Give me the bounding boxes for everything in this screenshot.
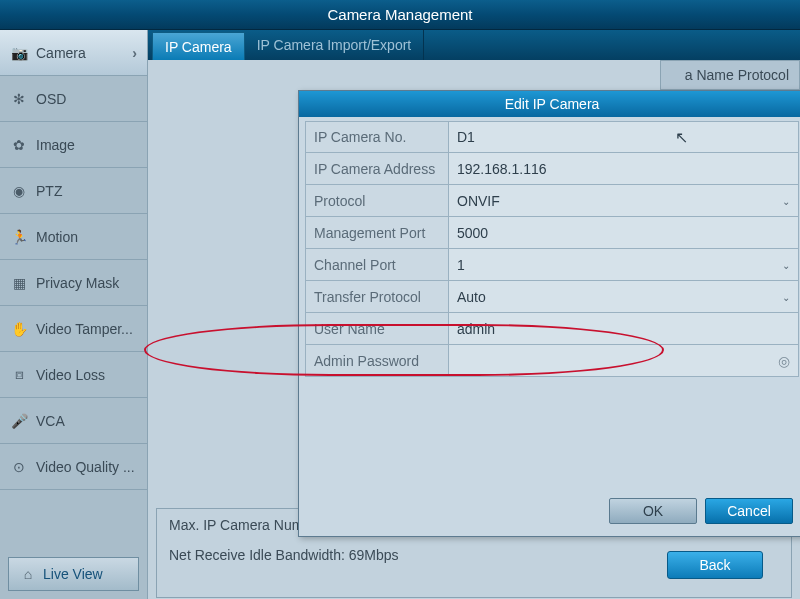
field-label-channel-port: Channel Port [306, 249, 449, 280]
ptz-icon: ◉ [10, 182, 28, 200]
protocol-select[interactable] [457, 185, 790, 216]
sidebar-item-label: Motion [36, 229, 78, 245]
tab-ip-camera-import-export[interactable]: IP Camera Import/Export [245, 30, 425, 60]
sidebar-item-ptz[interactable]: ◉ PTZ [0, 168, 147, 214]
field-label-protocol: Protocol [306, 185, 449, 216]
edit-ip-camera-modal: Edit IP Camera IP Camera No. ↖ IP Camera… [298, 90, 800, 537]
sidebar-item-vca[interactable]: 🎤 VCA [0, 398, 147, 444]
sidebar-item-label: Camera [36, 45, 86, 61]
camera-no-field [457, 122, 790, 152]
tabs: IP Camera IP Camera Import/Export [148, 30, 800, 60]
vca-icon: 🎤 [10, 412, 28, 430]
tab-ip-camera[interactable]: IP Camera [152, 32, 245, 60]
sidebar-item-label: Video Quality ... [36, 459, 135, 475]
videoloss-icon: ⧈ [10, 366, 28, 384]
modal-title: Edit IP Camera [299, 91, 800, 117]
live-view-button[interactable]: ⌂ Live View [8, 557, 139, 591]
motion-icon: 🏃 [10, 228, 28, 246]
tamper-icon: ✋ [10, 320, 28, 338]
transfer-protocol-select[interactable] [457, 281, 790, 312]
sidebar-item-label: Privacy Mask [36, 275, 119, 291]
field-label-transfer: Transfer Protocol [306, 281, 449, 312]
sidebar-item-label: OSD [36, 91, 66, 107]
field-label-username: User Name [306, 313, 449, 344]
sidebar-item-label: PTZ [36, 183, 62, 199]
sidebar-item-label: Video Loss [36, 367, 105, 383]
back-button[interactable]: Back [667, 551, 763, 579]
sidebar-item-motion[interactable]: 🏃 Motion [0, 214, 147, 260]
field-label-address: IP Camera Address [306, 153, 449, 184]
password-input[interactable] [457, 345, 790, 376]
field-label-password: Admin Password [306, 345, 449, 376]
channel-port-select[interactable] [457, 249, 790, 280]
table-header-fragment: a Name Protocol [685, 67, 789, 83]
chevron-right-icon: › [132, 45, 137, 61]
sidebar-item-privacy-mask[interactable]: ▦ Privacy Mask [0, 260, 147, 306]
sidebar-item-video-tamper[interactable]: ✋ Video Tamper... [0, 306, 147, 352]
privacy-icon: ▦ [10, 274, 28, 292]
table-header: a Name Protocol [660, 60, 800, 90]
home-icon: ⌂ [19, 565, 37, 583]
management-port-input[interactable] [457, 217, 790, 248]
sidebar-item-video-loss[interactable]: ⧈ Video Loss [0, 352, 147, 398]
field-label-mgmt-port: Management Port [306, 217, 449, 248]
sidebar-item-image[interactable]: ✿ Image [0, 122, 147, 168]
eye-icon[interactable]: ◎ [778, 353, 790, 369]
username-input[interactable] [457, 313, 790, 344]
quality-icon: ⊙ [10, 458, 28, 476]
camera-icon: 📷 [10, 44, 28, 62]
sidebar-item-label: Video Tamper... [36, 321, 133, 337]
content-area: IP Camera IP Camera Import/Export a Name… [148, 30, 800, 599]
window-title: Camera Management [0, 0, 800, 30]
osd-icon: ✻ [10, 90, 28, 108]
sidebar-item-video-quality[interactable]: ⊙ Video Quality ... [0, 444, 147, 490]
address-input[interactable] [457, 153, 790, 184]
sidebar-item-label: VCA [36, 413, 65, 429]
sidebar-item-camera[interactable]: 📷 Camera › [0, 30, 147, 76]
sidebar-item-osd[interactable]: ✻ OSD [0, 76, 147, 122]
ok-button[interactable]: OK [609, 498, 697, 524]
sidebar-item-label: Image [36, 137, 75, 153]
cancel-button[interactable]: Cancel [705, 498, 793, 524]
live-view-label: Live View [43, 566, 103, 582]
field-label-camera-no: IP Camera No. [306, 122, 449, 152]
sidebar: 📷 Camera › ✻ OSD ✿ Image ◉ PTZ 🏃 Motion … [0, 30, 148, 599]
image-icon: ✿ [10, 136, 28, 154]
